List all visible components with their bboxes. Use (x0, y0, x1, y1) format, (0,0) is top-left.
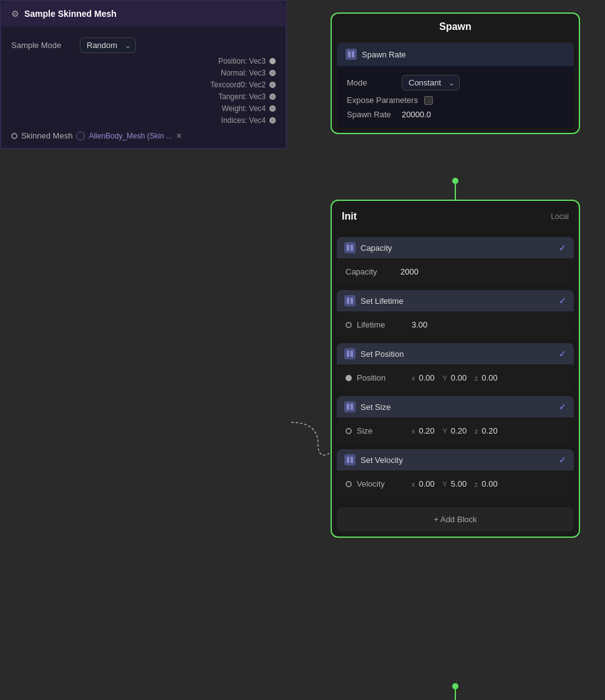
add-block-button[interactable]: + Add Block (337, 507, 574, 532)
close-mesh-button[interactable]: ✕ (176, 132, 182, 140)
set-size-block: Set Size ✓ Size x 0.20 Y 0.20 z 0.20 (337, 396, 574, 444)
set-position-block: Set Position ✓ Position x 0.00 Y 0.00 z … (337, 343, 574, 391)
mode-dropdown-wrapper[interactable]: Constant (402, 75, 460, 90)
sample-mode-dropdown[interactable]: Random (80, 37, 136, 53)
velocity-icon (344, 454, 356, 465)
output-tangent-label: Tangent: Vec3 (218, 92, 266, 101)
output-row-normal: Normal: Vec3 (11, 69, 276, 77)
output-row-indices: Indices: Vec4 (11, 116, 276, 125)
output-tangent-dot (269, 94, 276, 100)
svg-rect-11 (347, 351, 349, 357)
svg-rect-8 (351, 245, 353, 251)
mesh-input-dot (11, 133, 17, 139)
size-check: ✓ (559, 402, 566, 412)
spawn-rate-body: Mode Constant Expose Parameters Spawn Ra… (337, 66, 574, 128)
velocity-vec: x 0.00 Y 5.00 z 0.00 (412, 479, 501, 489)
output-texcoord-dot (269, 82, 276, 88)
capacity-row: Capacity 2000 (346, 267, 565, 276)
spawn-rate-block: Spawn Rate Mode Constant Expose Paramete… (337, 42, 574, 128)
local-badge: Local (551, 212, 569, 221)
size-vec: x 0.20 Y 0.20 z 0.20 (412, 426, 501, 435)
svg-rect-9 (347, 298, 349, 304)
svg-rect-10 (351, 298, 353, 304)
spawn-rate-icon (346, 49, 357, 60)
spawn-rate-header: Spawn Rate (337, 42, 574, 66)
lifetime-header: Set Lifetime ✓ (337, 290, 574, 311)
spawn-rate-label: Spawn Rate (347, 110, 397, 119)
spawn-panel: Spawn Spawn Rate Mode Constant E (331, 12, 580, 134)
output-row-position: Position: Vec3 (11, 57, 276, 66)
sample-mode-row: Sample Mode Random (11, 37, 276, 53)
size-dot (346, 428, 352, 434)
lifetime-value: 3.00 (412, 320, 427, 329)
expose-row: Expose Parameters (347, 95, 564, 105)
position-icon (344, 348, 356, 359)
output-weight-dot (269, 105, 276, 112)
set-lifetime-block: Set Lifetime ✓ Lifetime 3.00 (337, 290, 574, 338)
size-body: Size x 0.20 Y 0.20 z 0.20 (337, 417, 574, 444)
spawn-rate-row: Spawn Rate 20000.0 (347, 110, 564, 119)
position-label: Position (357, 373, 407, 382)
mode-row: Mode Constant (347, 75, 564, 90)
output-weight-label: Weight: Vec4 (222, 104, 266, 113)
expose-label: Expose Parameters (347, 95, 418, 105)
output-position-label: Position: Vec3 (218, 57, 266, 66)
svg-rect-5 (348, 51, 351, 57)
init-header: Init Local (332, 201, 579, 232)
sample-skinned-mesh-panel: ⚙ Sample Skinned Mesh Sample Mode Random… (0, 0, 287, 149)
lifetime-row: Lifetime 3.00 (346, 320, 565, 329)
lifetime-dot (346, 322, 352, 328)
output-row-tangent: Tangent: Vec3 (11, 92, 276, 101)
output-indices-dot (269, 117, 276, 124)
position-title: Set Position (361, 349, 404, 359)
size-title: Set Size (361, 402, 390, 412)
capacity-body: Capacity 2000 (337, 258, 574, 285)
set-velocity-block: Set Velocity ✓ Velocity x 0.00 Y 5.00 z … (337, 449, 574, 497)
capacity-check: ✓ (559, 243, 566, 253)
velocity-body: Velocity x 0.00 Y 5.00 z 0.00 (337, 470, 574, 497)
size-label: Size (357, 426, 407, 435)
lifetime-icon (344, 295, 356, 306)
init-panel: Init Local Capacity ✓ Capacity 2000 (331, 200, 580, 538)
capacity-block: Capacity ✓ Capacity 2000 (337, 237, 574, 285)
spawn-rate-title: Spawn Rate (362, 50, 406, 59)
size-icon (344, 401, 356, 412)
sample-icon: ⚙ (11, 9, 19, 19)
velocity-label: Velocity (357, 479, 407, 489)
svg-rect-13 (347, 404, 349, 410)
mode-label: Mode (347, 78, 397, 87)
svg-point-1 (452, 178, 458, 184)
position-check: ✓ (559, 349, 566, 359)
output-row-weight: Weight: Vec4 (11, 104, 276, 113)
velocity-header: Set Velocity ✓ (337, 449, 574, 470)
position-header: Set Position ✓ (337, 343, 574, 364)
lifetime-check: ✓ (559, 296, 566, 306)
position-vec: x 0.00 Y 0.00 z 0.00 (412, 373, 501, 382)
size-header: Set Size ✓ (337, 396, 574, 417)
output-indices-label: Indices: Vec4 (221, 116, 266, 125)
sample-body: Sample Mode Random Position: Vec3 Normal… (1, 26, 286, 148)
lifetime-title: Set Lifetime (361, 296, 404, 306)
capacity-icon (344, 242, 356, 253)
lifetime-body: Lifetime 3.00 (337, 311, 574, 338)
expose-checkbox[interactable] (424, 96, 433, 105)
position-body: Position x 0.00 Y 0.00 z 0.00 (337, 364, 574, 391)
mode-dropdown[interactable]: Constant (402, 75, 460, 90)
output-normal-dot (269, 70, 276, 76)
output-normal-label: Normal: Vec3 (221, 69, 266, 77)
sample-title: Sample Skinned Mesh (24, 9, 117, 19)
sample-mode-label: Sample Mode (11, 41, 80, 50)
position-dot (346, 375, 352, 381)
velocity-row: Velocity x 0.00 Y 5.00 z 0.00 (346, 479, 565, 489)
svg-rect-15 (347, 457, 349, 463)
output-row-texcoord: Texcoord0: Vec2 (11, 80, 276, 89)
sample-mode-dropdown-wrapper[interactable]: Random (80, 37, 136, 53)
output-position-dot (269, 58, 276, 64)
spawn-rate-value: 20000.0 (402, 110, 431, 119)
init-title: Init (342, 206, 357, 227)
globe-icon (76, 132, 85, 140)
lifetime-label: Lifetime (357, 320, 407, 329)
skinned-mesh-label: Skinned Mesh (21, 131, 72, 140)
svg-rect-7 (347, 245, 349, 251)
skinned-mesh-row: Skinned Mesh AlienBody_Mesh (Skin ... ✕ (11, 131, 276, 140)
